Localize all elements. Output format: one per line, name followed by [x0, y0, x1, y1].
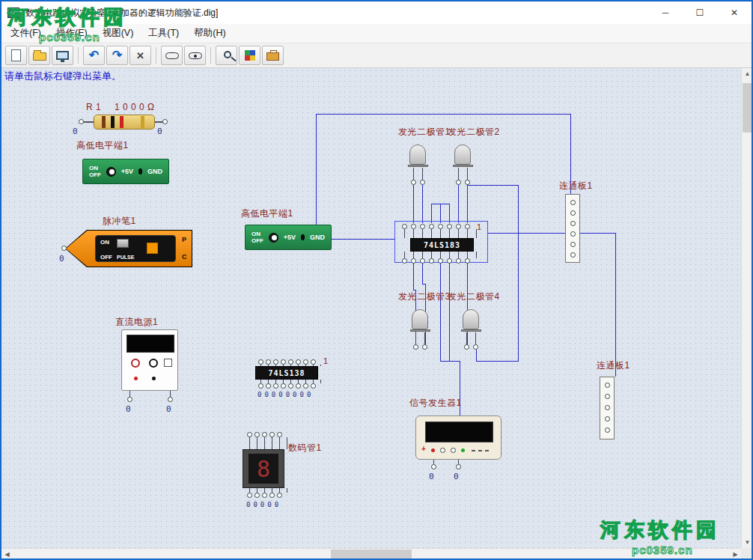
horizontal-scroll-thumb[interactable]	[331, 550, 412, 559]
wire[interactable]	[440, 262, 460, 416]
gen-terminal[interactable]	[431, 464, 436, 469]
board-terminal[interactable]	[570, 242, 576, 247]
led-terminal[interactable]	[420, 180, 425, 185]
led3[interactable]	[410, 309, 431, 350]
delete-button[interactable]: ✕	[129, 46, 151, 65]
chip-74ls138[interactable]: 1 74LS138 00000000	[254, 356, 336, 403]
resistor-r1[interactable]: R 1 1 0 0 0 Ω 0 0	[73, 102, 177, 139]
horizontal-scrollbar[interactable]: ◀ ▶	[1, 548, 741, 559]
zoom-tool-button[interactable]	[216, 46, 237, 65]
seven-seg-display[interactable]: 8 00000	[237, 430, 290, 511]
level-board1[interactable]: ON OFF +5V GND	[82, 159, 169, 184]
chip-pins-bottom[interactable]	[258, 383, 316, 389]
save-button[interactable]	[52, 46, 73, 65]
dc-terminal[interactable]	[168, 397, 173, 402]
pen-pulse-button[interactable]	[147, 243, 158, 254]
board-terminal[interactable]	[570, 231, 576, 237]
level-toggle[interactable]	[106, 167, 116, 177]
scroll-left-arrow[interactable]: ◀	[1, 549, 13, 560]
led-terminal[interactable]	[413, 344, 418, 350]
board-terminal[interactable]	[605, 416, 610, 421]
board-terminal[interactable]	[605, 394, 610, 399]
junction-tool-button[interactable]	[184, 46, 206, 65]
resistor-terminal[interactable]	[79, 119, 84, 124]
dc-led-red	[134, 377, 138, 380]
dc-terminal[interactable]	[127, 397, 132, 402]
led-terminal[interactable]	[411, 180, 416, 185]
menu-tools[interactable]: 工具(T)	[141, 24, 186, 43]
menu-file[interactable]: 文件(F)	[3, 24, 49, 43]
board-terminal[interactable]	[605, 405, 610, 410]
level-terminal[interactable]	[301, 234, 305, 240]
led-terminal[interactable]	[473, 344, 478, 350]
display-pins-top[interactable]	[247, 432, 282, 437]
menu-edit[interactable]: 操作(E)	[49, 24, 95, 43]
led-terminal[interactable]	[456, 180, 461, 185]
wire-tool-button[interactable]	[161, 46, 183, 65]
dc-lead	[129, 391, 130, 397]
dc-power[interactable]	[121, 329, 178, 391]
led-terminal[interactable]	[464, 344, 469, 350]
pulse-pen[interactable]: ON OFF PULSE P C 0	[65, 230, 192, 267]
palette-button[interactable]	[239, 46, 260, 65]
board-terminal[interactable]	[605, 427, 610, 433]
hint-text: 请单击鼠标右键弹出菜单。	[4, 70, 121, 83]
chip-body: 74LS138	[255, 366, 318, 380]
close-button[interactable]: ✕	[717, 1, 752, 24]
undo-button[interactable]: ↶	[83, 46, 105, 65]
minimize-button[interactable]: ─	[648, 1, 683, 24]
led2[interactable]	[453, 144, 474, 185]
scroll-right-arrow[interactable]: ▶	[730, 549, 741, 560]
dc-terminal-minus[interactable]	[149, 359, 158, 368]
chip-pins-bottom[interactable]	[402, 258, 470, 264]
board-terminal[interactable]	[605, 383, 610, 388]
level-board2[interactable]: ON OFF +5V GND	[245, 225, 332, 250]
terminal-value: 0	[454, 472, 459, 481]
dc-switch[interactable]	[164, 359, 172, 367]
chip-pins-top[interactable]	[258, 359, 316, 365]
chip-pins-top[interactable]	[402, 224, 470, 229]
resistor-terminal[interactable]	[162, 119, 168, 124]
vertical-scrollbar[interactable]: ▲ ▼	[741, 68, 752, 548]
board-terminal[interactable]	[570, 221, 576, 226]
board-terminal[interactable]	[570, 252, 576, 258]
vertical-scroll-thumb[interactable]	[743, 83, 752, 133]
led-terminal[interactable]	[422, 344, 427, 350]
junction-board-right[interactable]	[565, 194, 580, 263]
level-toggle[interactable]	[269, 233, 278, 243]
seven-seg-label: 数码管1	[288, 442, 322, 454]
gen-terminal[interactable]	[440, 448, 445, 453]
open-folder-icon	[33, 52, 46, 61]
led1[interactable]	[408, 144, 429, 185]
maximize-button[interactable]: ☐	[683, 1, 717, 24]
circuit-canvas[interactable]: 请单击鼠标右键弹出菜单。 R 1 1 0 0 0 Ω	[1, 68, 741, 548]
pen-knob[interactable]	[117, 239, 129, 248]
component-box-button[interactable]	[262, 46, 284, 65]
scroll-down-arrow[interactable]: ▼	[742, 537, 753, 548]
display-pins-bottom[interactable]	[247, 493, 282, 498]
open-file-button[interactable]	[28, 46, 50, 65]
pen-terminal[interactable]	[61, 246, 67, 251]
led-terminal[interactable]	[465, 180, 470, 185]
redo-button[interactable]: ↷	[106, 46, 128, 65]
led4[interactable]	[461, 309, 482, 350]
toolbar: ↶ ↷ ✕	[1, 43, 752, 68]
signal-generator[interactable]: +	[415, 416, 502, 460]
board-terminal[interactable]	[570, 200, 576, 205]
dc-terminal-plus[interactable]	[131, 359, 140, 368]
resistor-value: 1 0 0 0 Ω	[115, 102, 155, 112]
chip-74ls183[interactable]: 1 74LS183	[394, 221, 488, 263]
dc-led-black	[152, 377, 156, 380]
display-digit: 8	[257, 456, 270, 482]
new-file-button[interactable]	[5, 46, 27, 65]
gen-terminal[interactable]	[451, 448, 456, 453]
menu-help[interactable]: 帮助(H)	[186, 24, 233, 43]
level-terminal[interactable]	[138, 168, 142, 174]
board-terminal[interactable]	[570, 210, 576, 216]
led-dome	[454, 144, 471, 165]
scroll-up-arrow[interactable]: ▲	[742, 68, 753, 79]
wire[interactable]	[579, 233, 615, 377]
junction-board-lower[interactable]	[600, 377, 615, 439]
gen-terminal[interactable]	[456, 464, 461, 469]
menu-view[interactable]: 视图(V)	[95, 24, 141, 43]
